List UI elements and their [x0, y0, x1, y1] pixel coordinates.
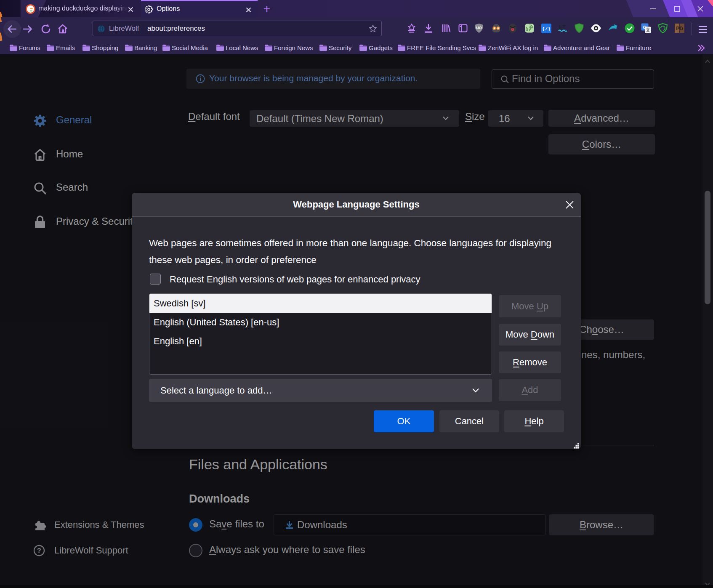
svg-text:{/}: {/} [542, 27, 551, 32]
svg-text:文: 文 [645, 27, 650, 32]
svg-text:PD: PD [676, 26, 683, 32]
svg-text:UO: UO [476, 26, 482, 30]
svg-text:T: T [562, 24, 566, 30]
